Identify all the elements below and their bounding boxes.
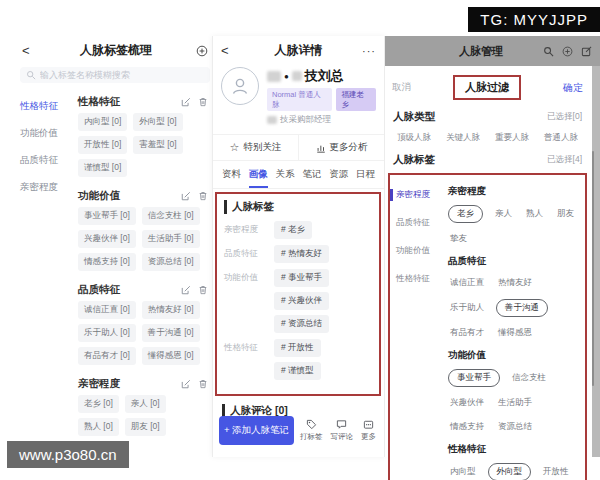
filter-option[interactable]: 兴趣伙伴: [448, 395, 486, 411]
tag-chip[interactable]: 乐于助人 [0]: [78, 324, 136, 342]
back-icon[interactable]: <: [22, 43, 36, 58]
contact-tag-chip[interactable]: # 兴趣伙伴: [274, 292, 329, 310]
tag-chip[interactable]: 熟人 [0]: [78, 418, 119, 436]
tag-chip[interactable]: 朋友 [0]: [125, 418, 166, 436]
tag-group-title: 性格特征: [78, 95, 120, 109]
confirm-button[interactable]: 确定: [563, 81, 583, 95]
contact-tag-chip[interactable]: # 事业帮手: [274, 269, 329, 287]
search-icon[interactable]: [543, 46, 554, 57]
search-input[interactable]: [40, 70, 204, 80]
redacted-text: [292, 71, 302, 81]
contact-tag-chip[interactable]: # 谨慎型: [274, 362, 321, 380]
filter-option[interactable]: 信念支柱: [510, 370, 548, 386]
sidebar-item[interactable]: 亲密程度: [18, 174, 74, 201]
tag-row: 品质特征# 热情友好: [224, 245, 372, 263]
contact-tag-chip[interactable]: # 开放性: [274, 339, 321, 357]
tag-action[interactable]: 打标签: [300, 419, 323, 442]
filter-option[interactable]: 诚信正直: [448, 275, 486, 291]
add-circle-icon[interactable]: [196, 45, 208, 57]
add-note-button[interactable]: + 添加人脉笔记: [219, 416, 294, 445]
edit-icon[interactable]: [181, 379, 191, 389]
trash-icon[interactable]: [198, 191, 208, 201]
comment-action[interactable]: 写评论: [331, 419, 354, 442]
tag-chip[interactable]: 老乡 [0]: [78, 395, 119, 413]
cancel-button[interactable]: 取消: [392, 81, 411, 94]
contact-tag-chip[interactable]: # 热情友好: [274, 245, 329, 263]
filter-option[interactable]: 外向型: [488, 463, 532, 480]
more-icon[interactable]: ···: [362, 45, 376, 57]
tag-chip[interactable]: 害羞型 [0]: [133, 136, 182, 154]
tab-画像[interactable]: 画像: [249, 161, 268, 188]
left-sidebar: 性格特征功能价值品质特征亲密程度: [18, 89, 74, 469]
tag-chip[interactable]: 有品有才 [0]: [78, 347, 136, 365]
filter-option[interactable]: 熟人: [524, 206, 545, 222]
filter-option[interactable]: 善于沟通: [496, 299, 548, 317]
back-icon[interactable]: <: [221, 43, 235, 58]
tag-chip[interactable]: 兴趣伙伴 [0]: [78, 230, 136, 248]
tag-chip[interactable]: 事业帮手 [0]: [78, 207, 136, 225]
filter-option[interactable]: 老乡: [448, 205, 483, 223]
more-analysis-button[interactable]: 更多分析: [298, 135, 384, 160]
sidebar-item[interactable]: 品质特征: [18, 147, 74, 174]
contact-tag-chip[interactable]: # 老乡: [274, 221, 312, 239]
tag-chip[interactable]: 诚信正直 [0]: [78, 301, 136, 319]
filter-option[interactable]: 事业帮手: [448, 369, 500, 387]
search-bar[interactable]: [20, 67, 210, 83]
edit-icon[interactable]: [181, 285, 191, 295]
tag-chip[interactable]: 开放性 [0]: [78, 136, 127, 154]
trash-icon[interactable]: [198, 285, 208, 295]
annotation-box-filter: 亲密程度品质特征功能价值性格特征 亲密程度老乡亲人熟人朋友挚友品质特征诚信正直热…: [388, 173, 587, 480]
sidebar-item[interactable]: 功能价值: [18, 120, 74, 147]
filter-option[interactable]: 情感支持: [448, 419, 486, 435]
tag-chip[interactable]: 内向型 [0]: [78, 113, 127, 131]
tab-资源[interactable]: 资源: [329, 161, 348, 188]
tab-日程[interactable]: 日程: [356, 161, 375, 188]
sidebar-item[interactable]: 性格特征: [18, 93, 74, 120]
contact-tag-chip[interactable]: # 资源总结: [274, 315, 329, 333]
filter-option[interactable]: 挚友: [448, 231, 469, 247]
filter-option[interactable]: 开放性: [541, 464, 571, 480]
filter-option[interactable]: 有品有才: [448, 325, 486, 341]
filter-options: 内向型外向型开放性害羞型谨慎型: [448, 463, 579, 480]
tag-row-tags: # 热情友好: [274, 245, 372, 263]
footer-actions: 打标签写评论更多: [300, 419, 378, 442]
filter-option[interactable]: 亲人: [493, 206, 514, 222]
tag-chip[interactable]: 亲人 [0]: [125, 395, 166, 413]
filter-option[interactable]: 朋友: [555, 206, 576, 222]
filter-option[interactable]: 乐于助人: [448, 300, 486, 316]
filter-option[interactable]: 生活助手: [496, 395, 534, 411]
tag-chip[interactable]: 谨慎型 [0]: [78, 159, 127, 177]
tag-chip[interactable]: 资源总结 [0]: [142, 253, 200, 271]
filter-sidebar-item[interactable]: 亲密程度: [390, 181, 442, 209]
type-option[interactable]: 重要人脉: [495, 132, 529, 144]
tag-chip[interactable]: 生活助手 [0]: [142, 230, 200, 248]
tab-关系[interactable]: 关系: [276, 161, 295, 188]
filter-option[interactable]: 内向型: [448, 464, 478, 480]
left-tag-groups: 性格特征内向型 [0]外向型 [0]开放性 [0]害羞型 [0]谨慎型 [0]功…: [74, 89, 212, 469]
add-circle-icon[interactable]: [562, 46, 573, 57]
type-option[interactable]: 顶级人脉: [397, 132, 431, 144]
more-action[interactable]: 更多: [361, 419, 376, 442]
type-option[interactable]: 关键人脉: [446, 132, 480, 144]
trash-icon[interactable]: [198, 97, 208, 107]
filter-option[interactable]: 热情友好: [496, 275, 534, 291]
filter-option[interactable]: 懂得感恩: [496, 325, 534, 341]
type-option[interactable]: 普通人脉: [544, 132, 578, 144]
tag-chip[interactable]: 信念支柱 [0]: [142, 207, 200, 225]
filter-sidebar-item[interactable]: 性格特征: [390, 265, 442, 293]
tag-chip[interactable]: 懂得感恩 [0]: [142, 347, 200, 365]
tag-chip[interactable]: 善于沟通 [0]: [142, 324, 200, 342]
trash-icon[interactable]: [198, 379, 208, 389]
tag-chip[interactable]: 热情友好 [0]: [142, 301, 200, 319]
filter-sidebar-item[interactable]: 功能价值: [390, 237, 442, 265]
filter-option[interactable]: 资源总结: [496, 419, 534, 435]
edit-icon[interactable]: [181, 191, 191, 201]
tab-资料[interactable]: 资料: [222, 161, 241, 188]
tag-chip[interactable]: 外向型 [0]: [133, 113, 182, 131]
edit-icon[interactable]: [181, 97, 191, 107]
compose-icon[interactable]: [581, 46, 592, 57]
tab-笔记[interactable]: 笔记: [302, 161, 321, 188]
tag-chip[interactable]: 情感支持 [0]: [78, 253, 136, 271]
filter-sidebar-item[interactable]: 品质特征: [390, 209, 442, 237]
special-follow-button[interactable]: ☆ 特别关注: [213, 135, 298, 160]
